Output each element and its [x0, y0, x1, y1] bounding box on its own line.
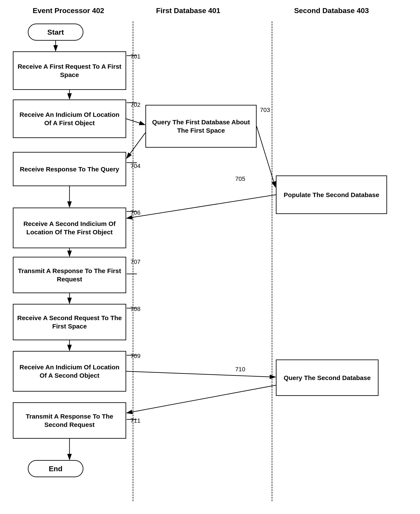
box-705: Populate The Second Database	[276, 176, 387, 214]
label-708: 708	[130, 306, 141, 312]
col3-header: Second Database 403	[270, 7, 393, 15]
box-709: Receive An Indicium Of Location Of A Sec…	[13, 351, 126, 391]
svg-line-13	[127, 385, 276, 413]
end-box: End	[28, 460, 83, 477]
col1-header: Event Processor 402	[13, 7, 124, 15]
box-703: Query The First Database About The First…	[145, 105, 257, 148]
label-705: 705	[235, 176, 245, 182]
svg-line-7	[127, 195, 276, 218]
box-701: Receive A First Request To A First Space	[13, 51, 126, 90]
label-711: 711	[130, 417, 141, 424]
svg-line-4	[127, 133, 145, 158]
label-704: 704	[130, 163, 141, 169]
label-707: 707	[130, 259, 141, 265]
box-704: Receive Response To The Query	[13, 152, 126, 186]
label-701: 701	[130, 53, 141, 60]
flowchart-diagram: Event Processor 402 First Database 401 S…	[0, 0, 420, 514]
start-box: Start	[28, 23, 83, 41]
box-706: Receive A Second Indicium Of Location Of…	[13, 207, 126, 248]
label-709: 709	[130, 353, 141, 360]
box-708: Receive A Second Request To The First Sp…	[13, 304, 126, 340]
label-710: 710	[235, 366, 245, 373]
label-702: 702	[130, 101, 141, 108]
svg-line-12	[126, 371, 275, 377]
svg-line-3	[126, 119, 145, 125]
box-707: Transmit A Response To The First Request	[13, 257, 126, 293]
box-702: Receive An Indicium Of Location Of A Fir…	[13, 100, 126, 138]
label-706: 706	[130, 209, 141, 216]
box-710: Query The Second Database	[276, 360, 379, 396]
svg-line-5	[257, 126, 275, 187]
label-703: 703	[260, 107, 270, 113]
col2-header: First Database 401	[126, 7, 250, 15]
dashed-line-2	[272, 21, 272, 501]
box-711: Transmit A Response To The Second Reques…	[13, 402, 126, 439]
